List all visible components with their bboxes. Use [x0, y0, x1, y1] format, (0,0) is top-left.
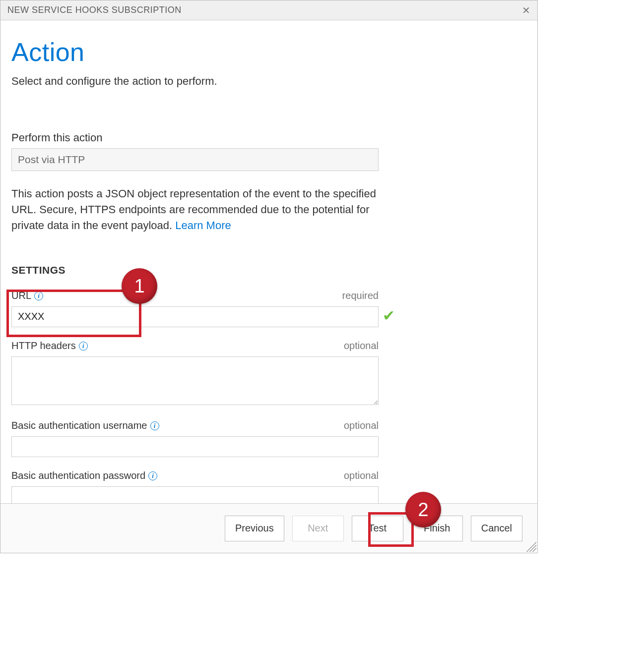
basic-auth-username-label: Basic authentication username: [11, 420, 147, 431]
basic-auth-username-hint: optional: [344, 420, 379, 431]
dialog-title: NEW SERVICE HOOKS SUBSCRIPTION: [7, 5, 182, 15]
cancel-button[interactable]: Cancel: [471, 516, 522, 541]
setting-basic-auth-password: Basic authentication password i optional: [11, 470, 379, 503]
http-headers-hint: optional: [344, 340, 379, 352]
http-headers-label: HTTP headers: [11, 340, 76, 352]
basic-auth-password-input[interactable]: [11, 486, 379, 503]
basic-auth-password-hint: optional: [344, 470, 379, 481]
service-hooks-dialog: NEW SERVICE HOOKS SUBSCRIPTION ✕ Action …: [0, 0, 538, 553]
setting-basic-auth-username: Basic authentication username i optional: [11, 420, 379, 457]
http-headers-textarea[interactable]: [11, 356, 379, 405]
learn-more-link[interactable]: Learn More: [175, 219, 231, 232]
setting-http-headers: HTTP headers i optional: [11, 340, 379, 407]
basic-auth-username-input[interactable]: [11, 436, 379, 457]
perform-action-select[interactable]: Post via HTTP: [11, 148, 379, 171]
resize-grip-icon[interactable]: [526, 542, 536, 552]
url-input[interactable]: [11, 306, 379, 327]
perform-action-label: Perform this action: [11, 131, 526, 144]
url-hint: required: [342, 290, 379, 301]
url-label: URL: [11, 290, 31, 301]
info-icon[interactable]: i: [34, 292, 43, 300]
perform-action-block: Perform this action Post via HTTP: [11, 131, 526, 171]
finish-button[interactable]: Finish: [411, 516, 463, 541]
dialog-footer: Previous Next Test Finish Cancel 2: [0, 503, 537, 553]
action-description: This action posts a JSON object represen…: [11, 186, 388, 234]
test-button[interactable]: Test: [352, 516, 403, 541]
next-button: Next: [292, 516, 344, 541]
info-icon[interactable]: i: [79, 342, 88, 351]
info-icon[interactable]: i: [150, 421, 159, 430]
dialog-body[interactable]: Action Select and configure the action t…: [0, 20, 537, 503]
checkmark-icon: ✔: [383, 308, 395, 323]
basic-auth-password-label: Basic authentication password: [11, 470, 145, 481]
close-icon[interactable]: ✕: [522, 5, 530, 15]
previous-button[interactable]: Previous: [225, 516, 284, 541]
info-icon[interactable]: i: [148, 471, 157, 480]
settings-heading: SETTINGS: [11, 264, 526, 276]
setting-url: URL i required ✔: [11, 290, 379, 327]
dialog-header: NEW SERVICE HOOKS SUBSCRIPTION ✕: [0, 0, 537, 20]
page-title: Action: [11, 37, 526, 67]
page-subtitle: Select and configure the action to perfo…: [11, 75, 526, 88]
